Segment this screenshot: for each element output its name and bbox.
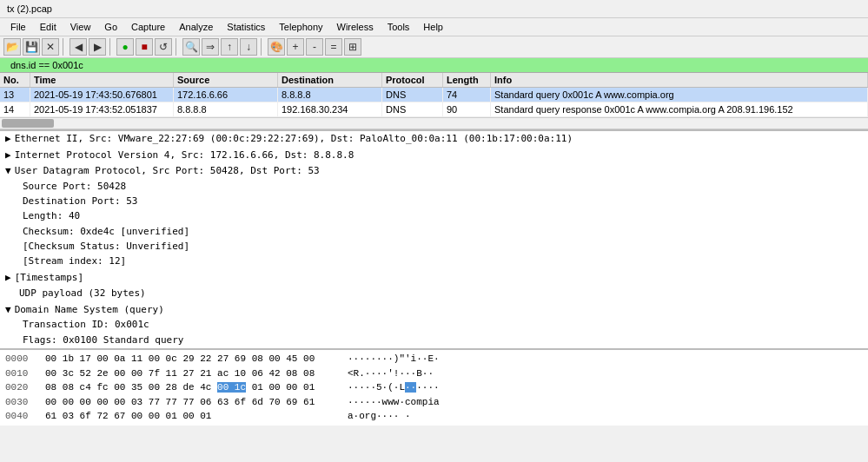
col-header-destination: Destination [278,73,382,87]
detail-udp-checksum: Checksum: 0xde4c [unverified] [5,224,863,239]
hex-row: 0040 61 03 6f 72 67 00 00 01 00 01 a·org… [5,409,863,424]
packet-list: No. Time Source Destination Protocol Len… [0,73,868,117]
hex-offset: 0000 [5,352,38,366]
toolbar-btn-start-capture[interactable]: ● [116,38,134,56]
toolbar-btn-prev-pkt[interactable]: ↑ [221,38,238,56]
detail-ethernet-label: Ethernet II, Src: VMware_22:27:69 (00:0c… [15,132,573,147]
table-row[interactable]: 13 2021-05-19 17:43:50.676801 172.16.6.6… [0,88,868,102]
detail-section-udp: ▼ User Datagram Protocol, Src Port: 5042… [0,163,868,270]
pkt-cell-length: 74 [443,88,491,102]
detail-section-ethernet-header[interactable]: ▶ Ethernet II, Src: VMware_22:27:69 (00:… [5,132,863,147]
toolbar-btn-resize-columns[interactable]: ⊞ [344,38,361,56]
detail-section-udp-payload: UDP payload (32 bytes) [0,286,868,302]
menu-bar: FileEditViewGoCaptureAnalyzeStatisticsTe… [0,18,868,36]
filter-input[interactable]: dns.id == 0x001c [10,60,865,70]
pkt-cell-length: 90 [443,102,491,116]
col-header-time: Time [30,73,174,87]
detail-ip-label: Internet Protocol Version 4, Src: 172.16… [15,148,354,163]
expand-icon-timestamps[interactable]: ▶ [5,271,11,286]
hscroll-thumb[interactable] [2,119,54,128]
expand-icon-dns[interactable]: ▼ [5,303,11,318]
toolbar-btn-close[interactable]: ✕ [42,38,59,56]
detail-dns-label: Domain Name System (query) [15,303,164,318]
hex-bytes: 00 00 00 00 00 03 77 77 77 06 63 6f 6d 7… [45,395,341,410]
menu-item-wireless[interactable]: Wireless [330,20,381,34]
menu-item-statistics[interactable]: Statistics [220,20,272,34]
detail-section-dns: ▼ Domain Name System (query) Transaction… [0,302,868,348]
pkt-cell-destination: 192.168.30.234 [278,102,382,116]
detail-section-udp-header[interactable]: ▼ User Datagram Protocol, Src Port: 5042… [5,164,863,179]
detail-section-ip: ▶ Internet Protocol Version 4, Src: 172.… [0,148,868,164]
toolbar-btn-save[interactable]: 💾 [23,38,40,56]
packet-detail: ▶ Ethernet II, Src: VMware_22:27:69 (00:… [0,129,868,348]
pkt-cell-source: 172.16.6.66 [174,88,278,102]
toolbar-btn-back[interactable]: ◀ [70,38,87,56]
menu-item-help[interactable]: Help [416,20,450,34]
col-header-source: Source [174,73,278,87]
pkt-cell-protocol: DNS [382,88,443,102]
menu-item-go[interactable]: Go [97,20,124,34]
detail-section-timestamps-header[interactable]: ▶ [Timestamps] [5,271,863,286]
menu-item-edit[interactable]: Edit [33,20,63,34]
expand-icon-ip[interactable]: ▶ [5,148,11,163]
menu-item-tools[interactable]: Tools [381,20,417,34]
pkt-cell-time: 2021-05-19 17:43:52.051837 [30,102,174,116]
title-bar: tx (2).pcap [0,0,868,18]
pkt-cell-protocol: DNS [382,102,443,116]
pkt-cell-no: 14 [0,102,30,116]
menu-item-telephony[interactable]: Telephony [272,20,329,34]
detail-udp-label: User Datagram Protocol, Src Port: 50428,… [15,164,320,179]
toolbar-btn-open[interactable]: 📂 [3,38,21,56]
toolbar-sep-3 [176,38,179,56]
hex-ascii: ·····5·(·L······ [348,380,440,395]
detail-section-udp-payload-header[interactable]: UDP payload (32 bytes) [5,287,863,301]
table-row[interactable]: 14 2021-05-19 17:43:52.051837 8.8.8.8 19… [0,102,868,117]
toolbar-btn-colorize[interactable]: 🎨 [268,38,285,56]
detail-udp-stream-index: [Stream index: 12] [5,254,863,268]
toolbar-btn-restart[interactable]: ↺ [155,38,172,56]
toolbar-btn-zoom-in[interactable]: + [287,38,304,56]
col-header-info: Info [491,73,868,87]
detail-section-dns-header[interactable]: ▼ Domain Name System (query) [5,303,863,318]
detail-section-ip-header[interactable]: ▶ Internet Protocol Version 4, Src: 172.… [5,148,863,163]
hex-bytes: 00 3c 52 2e 00 00 7f 11 27 21 ac 10 06 4… [45,366,341,381]
toolbar-btn-go-to-pkt[interactable]: ⇒ [202,38,219,56]
toolbar-btn-zoom-normal[interactable]: = [325,38,342,56]
toolbar-sep-1 [63,38,66,56]
menu-item-analyze[interactable]: Analyze [172,20,220,34]
expand-icon-ethernet[interactable]: ▶ [5,132,11,147]
col-header-protocol: Protocol [382,73,443,87]
hex-row: 0000 00 1b 17 00 0a 11 00 0c 29 22 27 69… [5,352,863,366]
toolbar-btn-zoom-out[interactable]: - [306,38,323,56]
detail-section-timestamps: ▶ [Timestamps] [0,270,868,287]
toolbar-sep-4 [261,38,264,56]
menu-item-view[interactable]: View [63,20,98,34]
hex-bytes: 61 03 6f 72 67 00 00 01 00 01 [45,409,341,424]
menu-item-capture[interactable]: Capture [124,20,172,34]
detail-dns-transaction-id: Transaction ID: 0x001c [5,317,863,332]
filter-bar: dns.id == 0x001c [0,58,868,73]
expand-icon-udp[interactable]: ▼ [5,164,11,179]
hex-ascii: a·org···· · [348,409,411,424]
toolbar-btn-next-pkt[interactable]: ↓ [240,38,257,56]
menu-item-file[interactable]: File [3,20,33,34]
hex-offset: 0020 [5,380,38,395]
toolbar-btn-search[interactable]: 🔍 [182,38,200,56]
hex-offset: 0030 [5,395,38,410]
hex-bytes: 08 08 c4 fc 00 35 00 28 de 4c 00 1c 01 0… [45,380,341,395]
pkt-cell-source: 8.8.8.8 [174,102,278,116]
hex-offset: 0010 [5,366,38,381]
hex-bytes: 00 1b 17 00 0a 11 00 0c 29 22 27 69 08 0… [45,352,341,366]
toolbar-btn-stop-capture[interactable]: ■ [136,38,153,56]
toolbar-btn-forward[interactable]: ▶ [89,38,106,56]
detail-udp-length: Length: 40 [5,208,863,223]
col-header-no: No. [0,73,30,87]
col-header-length: Length [443,73,491,87]
packet-list-header: No. Time Source Destination Protocol Len… [0,73,868,88]
hex-offset: 0040 [5,409,38,424]
hex-dump: 0000 00 1b 17 00 0a 11 00 0c 29 22 27 69… [0,348,868,426]
detail-udp-dst-port: Destination Port: 53 [5,194,863,208]
detail-dns-flags: Flags: 0x0100 Standard query [5,333,863,347]
hscroll-bar[interactable] [0,117,868,129]
hex-ascii: <R.····'!···B·· [348,366,434,381]
